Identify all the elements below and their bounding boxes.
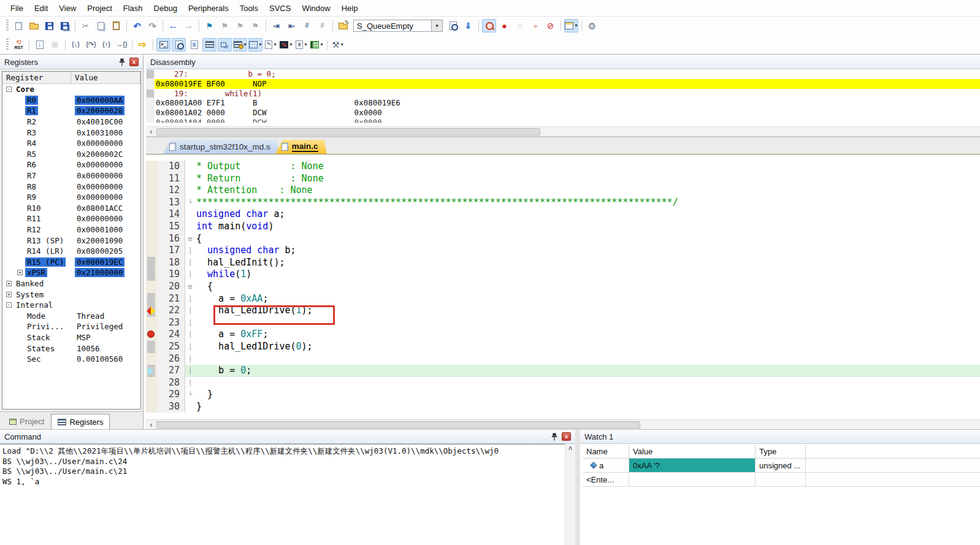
scrollbar-thumb[interactable] — [156, 421, 640, 429]
code-text[interactable] — [195, 353, 980, 365]
scroll-left-icon[interactable]: ‹ — [146, 127, 156, 136]
code-gutter[interactable] — [146, 281, 157, 293]
register-row-stack[interactable]: StackMSP — [2, 332, 140, 343]
code-gutter[interactable] — [146, 377, 157, 389]
code-text[interactable]: * Output : None — [195, 161, 980, 173]
register-row-r9[interactable]: R90x00000000 — [2, 192, 140, 203]
show-next-statement-button[interactable]: ⇨ — [136, 38, 150, 51]
save-all-button[interactable] — [58, 19, 72, 32]
menu-view[interactable]: View — [53, 1, 82, 15]
watch-windows-button[interactable]: ▾ — [233, 38, 247, 51]
name-column-header[interactable]: Name — [583, 445, 629, 458]
panel-divider[interactable] — [575, 429, 580, 545]
code-line-18[interactable]: 18│ hal_LedInit(); — [146, 257, 980, 269]
code-text[interactable]: { — [195, 233, 980, 245]
pin-icon[interactable] — [118, 58, 126, 66]
call-stack-window-button[interactable] — [218, 38, 232, 51]
code-text[interactable]: while(1) — [195, 269, 980, 281]
chevron-down-icon[interactable]: ▾ — [289, 42, 292, 47]
go-to-previous-bookmark-button[interactable]: ⚑ — [233, 19, 247, 32]
code-text[interactable]: * Return : None — [195, 173, 980, 185]
register-row-r3[interactable]: R30x10031000 — [2, 127, 140, 138]
chevron-down-icon[interactable]: ▾ — [274, 42, 276, 47]
command-output[interactable]: Load "D:\\2 其他\\2021年项目\\单片机培训\\项目\\报警主机… — [0, 444, 565, 545]
kill-all-breakpoints-button[interactable]: ⊘ — [543, 19, 557, 32]
code-text[interactable]: unsigned char b; — [195, 245, 980, 257]
code-line-12[interactable]: 12* Attention : None — [146, 185, 980, 197]
editor-tab-main-c[interactable]: main.c — [275, 140, 327, 154]
code-text[interactable]: hal_LedInit(); — [195, 257, 980, 269]
memory-windows-button[interactable]: ▾ — [248, 38, 262, 51]
menu-svcs[interactable]: SVCS — [264, 1, 296, 15]
register-row-r15-pc-[interactable]: R15 (PC)0x080019EC — [2, 257, 140, 268]
command-vscrollbar[interactable]: ˄ — [565, 444, 575, 545]
run-button[interactable] — [33, 38, 47, 51]
indent-left-button[interactable]: ⇤ — [285, 19, 299, 32]
code-gutter[interactable] — [146, 401, 157, 413]
trace-windows-button[interactable]: ▾ — [294, 38, 308, 51]
register-row-xpsr[interactable]: +xPSR0x21000000 — [2, 267, 140, 278]
code-line-10[interactable]: 10* Output : None — [146, 161, 980, 173]
redo-button[interactable]: ↷ — [145, 19, 159, 32]
paste-button[interactable] — [109, 19, 123, 32]
code-line-13[interactable]: 13└*************************************… — [146, 197, 980, 209]
disable-all-breakpoints-button[interactable]: ◦◦ — [528, 19, 542, 32]
code-gutter[interactable] — [146, 341, 157, 353]
disassembly-line[interactable]: 0x080019FE BF00 NOP — [146, 79, 980, 89]
pin-icon[interactable] — [551, 433, 558, 441]
code-text[interactable]: hal_Led1Drive(1); — [195, 305, 980, 317]
tree-expander-icon[interactable]: + — [17, 270, 23, 275]
disassembly-line[interactable]: 0x08001A02 0000 DCW 0x0000 — [146, 108, 980, 118]
register-row-system[interactable]: +System — [2, 289, 140, 300]
close-icon[interactable]: x — [129, 58, 139, 66]
code-text[interactable]: { — [195, 281, 980, 293]
clear-all-bookmarks-button[interactable]: ⚑ — [248, 19, 262, 32]
code-text[interactable]: } — [195, 389, 980, 401]
current-text-combo[interactable]: S_QueueEmpty▾ — [353, 20, 443, 32]
code-gutter[interactable] — [146, 173, 157, 185]
menu-peripherals[interactable]: Peripherals — [183, 1, 234, 15]
step-button[interactable]: {↓} — [69, 38, 83, 51]
debug-toolbox-button[interactable]: ⚒▾ — [331, 38, 345, 51]
chevron-down-icon[interactable]: ▾ — [575, 23, 577, 28]
code-gutter[interactable] — [146, 197, 157, 209]
code-gutter[interactable] — [146, 245, 157, 257]
watch-value-cell[interactable]: 0xAA '? — [629, 459, 756, 472]
indent-right-button[interactable]: ⇥ — [269, 19, 283, 32]
code-gutter[interactable] — [146, 305, 157, 317]
code-text[interactable]: b = 0; — [195, 365, 980, 377]
register-row-internal[interactable]: -Internal — [2, 300, 140, 311]
menu-project[interactable]: Project — [82, 1, 117, 15]
value-column-header[interactable]: Value — [629, 445, 756, 458]
navigate-back-button[interactable]: ← — [166, 19, 180, 32]
code-text[interactable] — [195, 377, 980, 389]
editor-hscrollbar[interactable]: ‹ — [146, 419, 980, 429]
menu-file[interactable]: File — [5, 1, 29, 15]
code-gutter[interactable] — [146, 269, 157, 281]
find-in-files-dialog-button[interactable] — [446, 19, 460, 32]
code-gutter[interactable] — [146, 389, 157, 401]
code-line-16[interactable]: 16⊟{ — [146, 233, 980, 245]
code-gutter[interactable] — [146, 293, 157, 305]
chevron-down-icon[interactable]: ▾ — [304, 42, 307, 47]
code-line-19[interactable]: 19│ while(1) — [146, 269, 980, 281]
disassembly-line[interactable]: 19: while(1) — [146, 89, 980, 99]
register-column-header[interactable]: Register — [2, 72, 71, 83]
register-row-r6[interactable]: R60x00000000 — [2, 159, 140, 170]
chevron-down-icon[interactable]: ▾ — [341, 42, 343, 47]
tree-expander-icon[interactable]: - — [6, 302, 12, 308]
register-row-r13-sp-[interactable]: R13 (SP)0x20001090 — [2, 235, 140, 246]
close-icon[interactable]: x — [562, 432, 571, 441]
watch-type-cell[interactable]: unsigned ... — [756, 459, 806, 472]
uncomment-selection-button[interactable]: // — [315, 19, 329, 32]
code-text[interactable]: unsigned char a; — [195, 208, 980, 221]
code-line-11[interactable]: 11* Return : None — [146, 173, 980, 185]
cut-button[interactable]: ✂ — [78, 19, 93, 32]
register-row-r2[interactable]: R20x40010C00 — [2, 116, 140, 128]
code-area[interactable]: 10* Output : None11* Return : None12* At… — [146, 154, 980, 419]
disassembly-line[interactable]: 27: b = 0; — [146, 69, 980, 79]
code-gutter[interactable] — [146, 221, 157, 233]
watch-name-cell[interactable]: a — [583, 459, 629, 472]
code-line-17[interactable]: 17│ unsigned char b; — [146, 245, 980, 257]
register-row-r4[interactable]: R40x00000000 — [2, 138, 140, 149]
